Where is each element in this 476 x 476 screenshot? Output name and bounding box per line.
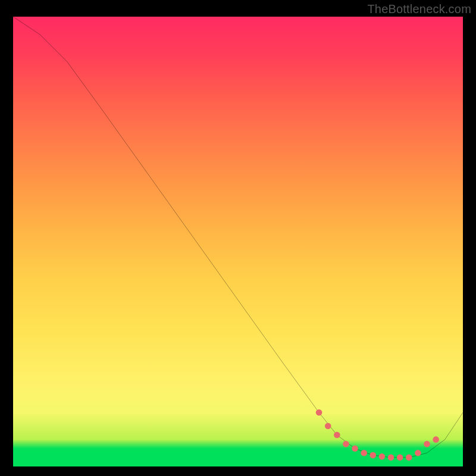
valley-dot <box>379 453 386 460</box>
valley-dot <box>343 441 349 447</box>
chart-frame: TheBottleneck.com <box>0 0 476 476</box>
plot-area <box>13 17 463 466</box>
watermark-text: TheBottleneck.com <box>367 2 471 16</box>
valley-dot <box>433 436 439 443</box>
valley-dot <box>406 455 412 461</box>
valley-dots <box>316 409 439 461</box>
valley-dot <box>415 450 421 456</box>
valley-dot <box>325 423 331 430</box>
valley-dot <box>334 432 340 439</box>
valley-dot <box>397 455 403 461</box>
bottleneck-curve <box>13 17 463 458</box>
curve-layer <box>13 17 463 466</box>
valley-dot <box>316 409 322 416</box>
valley-dot <box>361 450 367 456</box>
valley-dot <box>370 452 377 459</box>
valley-dot <box>424 441 430 447</box>
valley-dot <box>388 455 394 461</box>
valley-dot <box>352 445 358 452</box>
